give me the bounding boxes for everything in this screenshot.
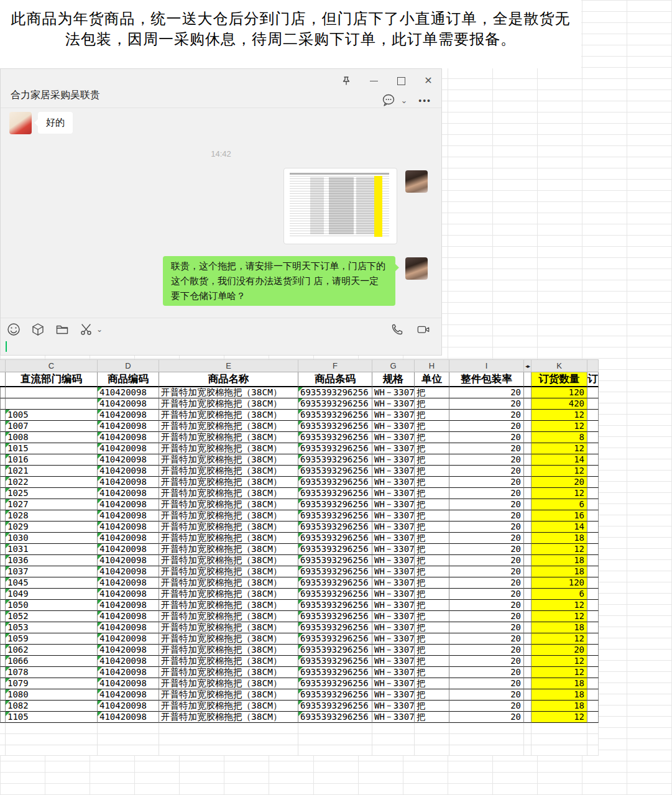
cell-qty[interactable]: 12: [532, 488, 587, 499]
cell-unit[interactable]: 把: [415, 701, 449, 712]
cell-sliver[interactable]: [0, 689, 6, 701]
cell-unit[interactable]: 把: [415, 622, 449, 633]
cell-name[interactable]: 开普特加宽胶棉拖把（38CM）: [159, 466, 298, 477]
empty-cell[interactable]: [0, 723, 6, 734]
cell-barcode[interactable]: 6935393296256: [298, 577, 372, 589]
maximize-button[interactable]: [395, 75, 407, 86]
cell-pack[interactable]: 20: [449, 533, 524, 544]
cell-name[interactable]: 开普特加宽胶棉拖把（38CM）: [159, 443, 298, 454]
cell-dept[interactable]: 1082: [6, 701, 98, 712]
cell-next[interactable]: [587, 622, 599, 633]
cell-pack[interactable]: 20: [449, 398, 524, 410]
cell-pack[interactable]: 20: [449, 387, 524, 398]
cell-spec[interactable]: WH－3307: [372, 421, 415, 432]
cell-name[interactable]: 开普特加宽胶棉拖把（38CM）: [159, 633, 298, 645]
cell-name[interactable]: 开普特加宽胶棉拖把（38CM）: [159, 387, 298, 398]
incoming-message-bubble[interactable]: 好的: [38, 112, 73, 134]
cell-next[interactable]: [587, 387, 599, 398]
cell-sliver[interactable]: [0, 577, 6, 589]
cell-pack[interactable]: 20: [449, 577, 524, 589]
empty-cell[interactable]: [524, 723, 532, 734]
cell-next[interactable]: [587, 667, 599, 678]
cell-name[interactable]: 开普特加宽胶棉拖把（38CM）: [159, 398, 298, 410]
cell-hidden-gap[interactable]: [524, 499, 532, 510]
minimize-button[interactable]: [368, 75, 379, 86]
cell-name[interactable]: 开普特加宽胶棉拖把（38CM）: [159, 499, 298, 510]
cell-spec[interactable]: WH－3307: [372, 577, 415, 589]
cell-hidden-gap[interactable]: [524, 443, 532, 454]
header-unit[interactable]: 单位: [415, 372, 449, 387]
cell-next[interactable]: [587, 454, 599, 466]
cell-unit[interactable]: 把: [415, 443, 449, 454]
cell-code[interactable]: 410420098: [98, 488, 159, 499]
col-letter-k[interactable]: K: [532, 360, 587, 372]
cell-sliver[interactable]: [0, 645, 6, 656]
cell-qty[interactable]: 14: [532, 454, 587, 466]
cell-name[interactable]: 开普特加宽胶棉拖把（38CM）: [159, 622, 298, 633]
cell-next[interactable]: [587, 522, 599, 533]
cell-hidden-gap[interactable]: [524, 589, 532, 600]
cell-code[interactable]: 410420098: [98, 443, 159, 454]
cell-qty[interactable]: 18: [532, 689, 587, 701]
cell-hidden-gap[interactable]: [524, 600, 532, 611]
empty-cell[interactable]: [415, 734, 449, 745]
cell-spec[interactable]: WH－3307: [372, 555, 415, 566]
cell-unit[interactable]: 把: [415, 499, 449, 510]
cell-spec[interactable]: WH－3307: [372, 510, 415, 522]
cell-dept[interactable]: [6, 387, 98, 398]
cell-next[interactable]: [587, 566, 599, 577]
cell-code[interactable]: 410420098: [98, 667, 159, 678]
cell-next[interactable]: [587, 510, 599, 522]
cell-dept[interactable]: 1062: [6, 645, 98, 656]
cell-hidden-gap[interactable]: [524, 689, 532, 701]
cell-hidden-gap[interactable]: [524, 633, 532, 645]
cell-hidden-gap[interactable]: [524, 611, 532, 622]
cell-pack[interactable]: 20: [449, 443, 524, 454]
empty-cell[interactable]: [372, 745, 415, 756]
chevron-down-icon[interactable]: ⌄: [400, 96, 407, 104]
cell-code[interactable]: 410420098: [98, 544, 159, 555]
cell-spec[interactable]: WH－3307: [372, 712, 415, 723]
cell-barcode[interactable]: 6935393296256: [298, 645, 372, 656]
cell-spec[interactable]: WH－3307: [372, 566, 415, 577]
cell-dept[interactable]: 1052: [6, 611, 98, 622]
cell-barcode[interactable]: 6935393296256: [298, 622, 372, 633]
empty-cell[interactable]: [587, 734, 599, 745]
cell-unit[interactable]: 把: [415, 510, 449, 522]
cell-qty[interactable]: 12: [532, 667, 587, 678]
cell-sliver[interactable]: [0, 701, 6, 712]
cell-pack[interactable]: 20: [449, 544, 524, 555]
empty-cell[interactable]: [449, 723, 524, 734]
cell-qty[interactable]: 120: [532, 577, 587, 589]
cell-code[interactable]: 410420098: [98, 533, 159, 544]
cell-spec[interactable]: WH－3307: [372, 398, 415, 410]
cell-spec[interactable]: WH－3307: [372, 622, 415, 633]
header-name[interactable]: 商品名称: [159, 372, 298, 387]
cell-unit[interactable]: 把: [415, 410, 449, 421]
cell-dept[interactable]: 1028: [6, 510, 98, 522]
cell-next[interactable]: [587, 499, 599, 510]
cell-spec[interactable]: WH－3307: [372, 589, 415, 600]
empty-cell[interactable]: [6, 723, 98, 734]
cell-qty[interactable]: 18: [532, 566, 587, 577]
cell-code[interactable]: 410420098: [98, 398, 159, 410]
cell-qty[interactable]: 18: [532, 701, 587, 712]
cell-next[interactable]: [587, 533, 599, 544]
cell-name[interactable]: 开普特加宽胶棉拖把（38CM）: [159, 533, 298, 544]
cell-sliver[interactable]: [0, 600, 6, 611]
cell-unit[interactable]: 把: [415, 611, 449, 622]
col-letter-c[interactable]: C: [6, 360, 98, 372]
header-spec[interactable]: 规格: [372, 372, 415, 387]
cell-spec[interactable]: WH－3307: [372, 477, 415, 488]
cell-qty[interactable]: 14: [532, 522, 587, 533]
cell-spec[interactable]: WH－3307: [372, 522, 415, 533]
cell-name[interactable]: 开普特加宽胶棉拖把（38CM）: [159, 589, 298, 600]
cell-next[interactable]: [587, 477, 599, 488]
cell-pack[interactable]: 20: [449, 589, 524, 600]
cell-code[interactable]: 410420098: [98, 410, 159, 421]
cell-qty[interactable]: 12: [532, 600, 587, 611]
cell-qty[interactable]: 18: [532, 533, 587, 544]
cell-pack[interactable]: 20: [449, 622, 524, 633]
cell-unit[interactable]: 把: [415, 387, 449, 398]
cell-code[interactable]: 410420098: [98, 633, 159, 645]
